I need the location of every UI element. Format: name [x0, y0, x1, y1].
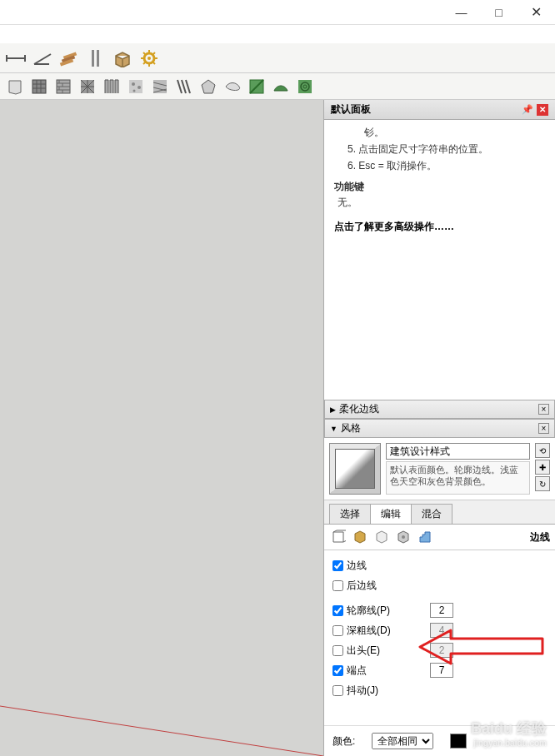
material-1-icon[interactable] — [3, 76, 27, 97]
tool-column-icon[interactable] — [83, 46, 108, 71]
axis-line — [0, 589, 323, 756]
svg-rect-4 — [97, 50, 99, 67]
material-2-icon[interactable] — [28, 76, 51, 97]
section-style[interactable]: ▼ 风格 × — [324, 419, 555, 438]
help-func-title: 功能键 — [334, 180, 545, 194]
extension-input — [430, 643, 453, 658]
edge-label: 边线 — [347, 559, 430, 573]
edge-settings-icon[interactable] — [329, 528, 348, 546]
titlebar: — □ ✕ — [0, 0, 555, 25]
edge-options: 边线 后边线 轮廓线(P) 深粗线(D) 出头(E) — [324, 550, 555, 709]
tab-mix[interactable]: 混合 — [411, 504, 452, 524]
endpoint-checkbox[interactable] — [332, 665, 343, 676]
help-item-4: 钐。 — [348, 125, 545, 140]
material-4-icon[interactable] — [76, 76, 99, 97]
svg-point-6 — [148, 57, 151, 60]
svg-point-20 — [402, 535, 405, 539]
svg-rect-7 — [32, 80, 46, 93]
help-func-none: 无。 — [334, 196, 545, 210]
svg-line-19 — [0, 706, 323, 756]
extension-checkbox[interactable] — [332, 645, 343, 656]
panel-close-icon[interactable]: ✕ — [537, 104, 548, 116]
svg-point-12 — [138, 86, 141, 89]
svg-rect-14 — [153, 80, 167, 93]
section-soften-label: 柔化边线 — [339, 402, 379, 416]
svg-point-11 — [132, 82, 135, 86]
viewport-3d[interactable] — [0, 100, 323, 756]
sub-label: 边线 — [530, 530, 550, 545]
profile-input[interactable] — [430, 603, 453, 618]
color-row: 颜色: 全部相同 — [324, 725, 555, 756]
tab-edit[interactable]: 编辑 — [370, 504, 412, 524]
edge-checkbox[interactable] — [332, 560, 343, 571]
edit-sub-toolbar: 边线 — [324, 525, 555, 550]
material-11-icon[interactable] — [245, 76, 268, 97]
material-12-icon[interactable] — [269, 76, 292, 97]
help-more-link[interactable]: 点击了解更多高级操作…… — [334, 220, 545, 234]
profile-label: 轮廓线(P) — [347, 604, 430, 618]
watermark-settings-icon[interactable] — [394, 528, 412, 546]
style-refresh-button[interactable]: ↻ — [535, 476, 550, 491]
endpoint-input[interactable] — [430, 663, 453, 678]
depth-label: 深粗线(D) — [347, 624, 430, 638]
jitter-checkbox[interactable] — [332, 685, 343, 696]
profile-checkbox[interactable] — [332, 605, 343, 616]
main-area: 默认面板 📌 ✕ 钐。 5. 点击固定尺寸字符串的位置。 6. Esc = 取消… — [0, 100, 555, 756]
face-settings-icon[interactable] — [351, 528, 369, 546]
window-controls: — □ ✕ — [442, 0, 555, 25]
material-6-icon[interactable] — [124, 76, 148, 97]
maximize-button[interactable]: □ — [480, 0, 518, 25]
section-style-label: 风格 — [341, 421, 361, 435]
collapse-arrow-icon: ▼ — [330, 425, 338, 433]
close-button[interactable]: ✕ — [518, 0, 555, 25]
style-box: 默认表面颜色。轮廓边线。浅蓝色天空和灰色背景颜色。 ⟲ ✚ ↻ — [324, 438, 555, 500]
jitter-label: 抖动(J) — [347, 684, 430, 698]
panel-title-label: 默认面板 — [331, 102, 371, 117]
material-7-icon[interactable] — [148, 76, 172, 97]
help-item-6: 6. Esc = 取消操作。 — [348, 158, 545, 173]
back-edge-label: 后边线 — [347, 579, 430, 593]
back-edge-checkbox[interactable] — [332, 580, 343, 591]
depth-input — [430, 623, 453, 638]
minimize-button[interactable]: — — [442, 0, 480, 25]
pin-icon[interactable]: 📌 — [522, 104, 533, 116]
style-update-button[interactable]: ⟲ — [535, 443, 550, 458]
color-swatch[interactable] — [450, 734, 467, 749]
panel-title: 默认面板 📌 ✕ — [324, 100, 555, 120]
material-13-icon[interactable] — [293, 76, 317, 97]
endpoint-label: 端点 — [347, 664, 430, 678]
style-tabs: 选择 编辑 混合 — [324, 500, 555, 525]
background-settings-icon[interactable] — [372, 528, 391, 546]
toolbar-row-1 — [0, 43, 555, 73]
help-content: 钐。 5. 点击固定尺寸字符串的位置。 6. Esc = 取消操作。 功能键 无… — [324, 120, 555, 400]
material-3-icon[interactable] — [52, 76, 75, 97]
tool-gear-icon[interactable] — [137, 46, 162, 71]
tool-dimension-icon[interactable] — [3, 46, 28, 71]
extension-label: 出头(E) — [347, 644, 430, 658]
section-soften[interactable]: ▶ 柔化边线 × — [324, 400, 555, 419]
tool-protractor-icon[interactable] — [30, 46, 55, 71]
side-panel: 默认面板 📌 ✕ 钐。 5. 点击固定尺寸字符串的位置。 6. Esc = 取消… — [323, 100, 555, 756]
modeling-settings-icon[interactable] — [416, 528, 434, 546]
help-item-5: 5. 点击固定尺寸字符串的位置。 — [348, 142, 545, 157]
tab-select[interactable]: 选择 — [329, 504, 371, 524]
style-new-button[interactable]: ✚ — [535, 460, 550, 475]
svg-point-13 — [133, 89, 136, 92]
color-select[interactable]: 全部相同 — [372, 733, 433, 749]
material-10-icon[interactable] — [221, 76, 244, 97]
style-thumbnail[interactable] — [329, 443, 381, 495]
svg-rect-3 — [92, 50, 94, 67]
section-close-icon[interactable]: × — [538, 423, 549, 434]
expand-arrow-icon: ▶ — [330, 405, 336, 414]
style-name-input[interactable] — [386, 443, 530, 460]
tool-box-icon[interactable] — [110, 46, 135, 71]
material-9-icon[interactable] — [197, 76, 220, 97]
material-5-icon[interactable] — [100, 76, 123, 97]
color-label: 颜色: — [332, 734, 355, 749]
section-close-icon[interactable]: × — [538, 404, 549, 415]
material-8-icon[interactable] — [172, 76, 196, 97]
depth-checkbox[interactable] — [332, 625, 343, 636]
tool-lumber-icon[interactable] — [57, 46, 82, 71]
style-description: 默认表面颜色。轮廓边线。浅蓝色天空和灰色背景颜色。 — [386, 461, 530, 495]
menubar — [0, 25, 555, 43]
